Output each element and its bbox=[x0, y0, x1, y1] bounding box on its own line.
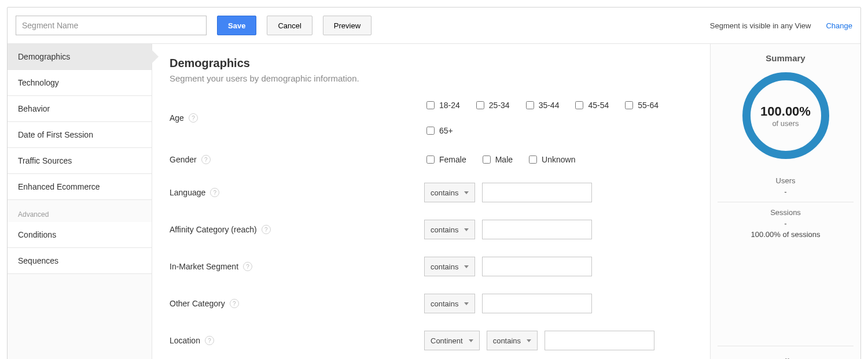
summary-users-label: Users bbox=[718, 176, 854, 185]
sidebar-item-traffic-sources[interactable]: Traffic Sources bbox=[8, 148, 152, 174]
sidebar: Demographics Technology Behavior Date of… bbox=[8, 44, 152, 359]
option-label: Unknown bbox=[542, 155, 575, 164]
sidebar-item-enhanced-ecommerce[interactable]: Enhanced Ecommerce bbox=[8, 174, 152, 200]
label-location: Location bbox=[170, 336, 200, 345]
body: Demographics Technology Behavior Date of… bbox=[8, 44, 860, 359]
option-label: 45-54 bbox=[588, 101, 609, 110]
option-label: Male bbox=[495, 155, 513, 164]
dropdown-value: Continent bbox=[431, 336, 463, 345]
label-age: Age bbox=[170, 113, 184, 123]
label-language: Language bbox=[170, 188, 205, 197]
help-icon[interactable]: ? bbox=[243, 262, 252, 271]
segment-builder-panel: Save Cancel Preview Segment is visible i… bbox=[7, 7, 861, 359]
label-other-category: Other Category bbox=[170, 299, 225, 308]
label-in-market: In-Market Segment bbox=[170, 262, 238, 271]
chevron-down-icon bbox=[464, 228, 469, 231]
summary-no-filters: No Filters bbox=[718, 346, 854, 359]
checkbox[interactable] bbox=[426, 156, 435, 164]
location-value-input[interactable] bbox=[545, 331, 654, 350]
summary-sessions: Sessions - 100.00% of sessions bbox=[718, 202, 854, 245]
summary-pane: Summary 100.00% of users Users - Session… bbox=[710, 44, 860, 359]
option-label: Female bbox=[439, 155, 466, 164]
dropdown-value: contains bbox=[431, 225, 458, 234]
save-button[interactable]: Save bbox=[217, 16, 256, 35]
dropdown-value: contains bbox=[493, 336, 521, 345]
in-market-value-input[interactable] bbox=[482, 257, 592, 276]
summary-percent-label: of users bbox=[772, 119, 799, 128]
sidebar-item-sequences[interactable]: Sequences bbox=[8, 248, 152, 274]
sidebar-item-date-first-session[interactable]: Date of First Session bbox=[8, 122, 152, 148]
age-option-25-34[interactable]: 25-34 bbox=[474, 99, 510, 111]
option-label: 35-44 bbox=[539, 101, 560, 110]
sidebar-item-technology[interactable]: Technology bbox=[8, 70, 152, 96]
label-gender: Gender bbox=[170, 155, 197, 164]
chevron-down-icon bbox=[527, 339, 531, 342]
affinity-operator-dropdown[interactable]: contains bbox=[424, 220, 475, 239]
age-option-45-54[interactable]: 45-54 bbox=[573, 99, 609, 111]
language-value-input[interactable] bbox=[482, 183, 592, 202]
sidebar-item-demographics[interactable]: Demographics bbox=[8, 44, 152, 70]
page-subtitle: Segment your users by demographic inform… bbox=[170, 73, 693, 83]
cancel-button[interactable]: Cancel bbox=[267, 16, 312, 35]
preview-button[interactable]: Preview bbox=[323, 16, 372, 35]
sidebar-item-behavior[interactable]: Behavior bbox=[8, 96, 152, 122]
age-option-65-plus[interactable]: 65+ bbox=[424, 125, 453, 136]
language-operator-dropdown[interactable]: contains bbox=[424, 183, 475, 202]
checkbox[interactable] bbox=[426, 101, 435, 109]
row-age: Age ? 18-24 25-34 35-44 45-54 55-64 65+ bbox=[170, 99, 693, 136]
age-option-18-24[interactable]: 18-24 bbox=[424, 99, 460, 111]
chevron-down-icon bbox=[469, 339, 473, 342]
dropdown-value: contains bbox=[431, 188, 458, 197]
help-icon[interactable]: ? bbox=[189, 113, 198, 123]
checkbox[interactable] bbox=[426, 127, 435, 135]
other-category-value-input[interactable] bbox=[482, 294, 592, 313]
sidebar-group-advanced: Advanced bbox=[8, 200, 152, 222]
summary-users: Users - bbox=[718, 171, 854, 202]
checkbox[interactable] bbox=[526, 101, 534, 109]
age-option-55-64[interactable]: 55-64 bbox=[623, 99, 659, 111]
checkbox[interactable] bbox=[476, 101, 484, 109]
checkbox[interactable] bbox=[483, 156, 491, 164]
option-label: 18-24 bbox=[439, 101, 460, 110]
sidebar-item-conditions[interactable]: Conditions bbox=[8, 222, 152, 248]
page-title: Demographics bbox=[170, 57, 693, 70]
help-icon[interactable]: ? bbox=[262, 225, 271, 234]
summary-users-value: - bbox=[718, 187, 854, 196]
checkbox[interactable] bbox=[625, 101, 633, 109]
option-label: 65+ bbox=[439, 126, 453, 135]
row-in-market: In-Market Segment ? contains bbox=[170, 257, 693, 276]
main-pane: Demographics Segment your users by demog… bbox=[152, 44, 710, 359]
age-option-35-44[interactable]: 35-44 bbox=[524, 99, 560, 111]
summary-title: Summary bbox=[718, 53, 854, 63]
summary-donut: 100.00% of users bbox=[742, 72, 829, 159]
header-bar: Save Cancel Preview Segment is visible i… bbox=[8, 8, 860, 44]
checkbox[interactable] bbox=[575, 101, 583, 109]
chevron-down-icon bbox=[464, 265, 469, 268]
row-affinity: Affinity Category (reach) ? contains bbox=[170, 220, 693, 239]
gender-option-female[interactable]: Female bbox=[424, 154, 466, 165]
row-language: Language ? contains bbox=[170, 183, 693, 202]
dropdown-value: contains bbox=[431, 299, 458, 308]
row-gender: Gender ? Female Male Unknown bbox=[170, 154, 693, 165]
location-scope-dropdown[interactable]: Continent bbox=[424, 331, 480, 350]
chevron-down-icon bbox=[464, 302, 469, 305]
gender-option-unknown[interactable]: Unknown bbox=[527, 154, 575, 165]
gender-option-male[interactable]: Male bbox=[480, 154, 513, 165]
dropdown-value: contains bbox=[431, 262, 458, 271]
visibility-change-link[interactable]: Change bbox=[826, 21, 852, 30]
affinity-value-input[interactable] bbox=[482, 220, 592, 239]
summary-sessions-pct: 100.00% of sessions bbox=[718, 230, 854, 239]
other-category-operator-dropdown[interactable]: contains bbox=[424, 294, 475, 313]
help-icon[interactable]: ? bbox=[210, 188, 219, 197]
row-other-category: Other Category ? contains bbox=[170, 294, 693, 313]
help-icon[interactable]: ? bbox=[205, 336, 214, 345]
summary-percent: 100.00% bbox=[760, 104, 811, 119]
segment-name-input[interactable] bbox=[16, 16, 207, 35]
help-icon[interactable]: ? bbox=[230, 299, 239, 308]
checkbox[interactable] bbox=[529, 156, 537, 164]
in-market-operator-dropdown[interactable]: contains bbox=[424, 257, 475, 276]
help-icon[interactable]: ? bbox=[201, 155, 211, 164]
row-location: Location ? Continent contains bbox=[170, 331, 693, 350]
location-operator-dropdown[interactable]: contains bbox=[487, 331, 538, 350]
option-label: 55-64 bbox=[638, 101, 659, 110]
